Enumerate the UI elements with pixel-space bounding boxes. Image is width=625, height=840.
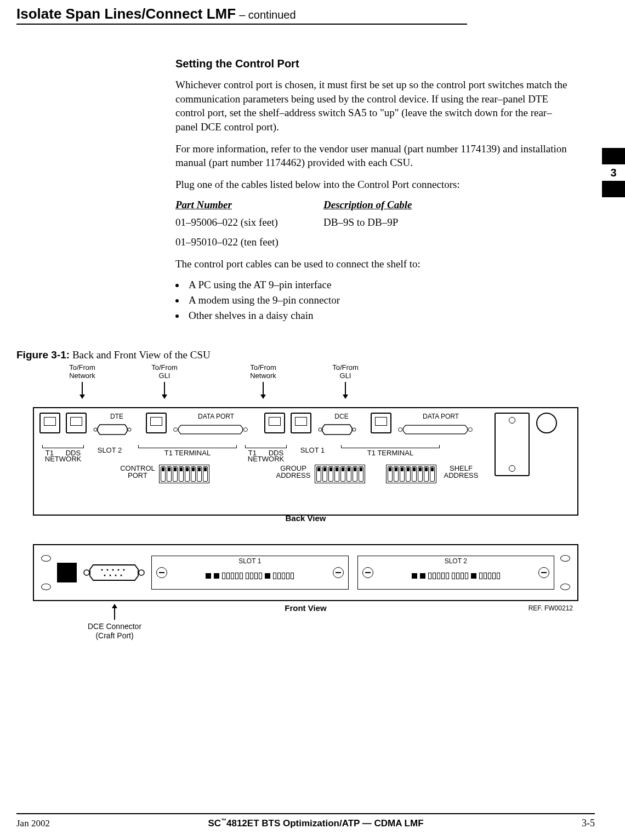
svg-point-14	[123, 569, 125, 571]
rj-port-icon	[66, 413, 87, 433]
slot-card-icon: SLOT 1	[151, 556, 349, 590]
section-heading: Setting the Control Port	[175, 58, 573, 70]
footer-date: Jan 2002	[16, 818, 50, 829]
list-item: A modem using the 9–pin connector	[185, 294, 573, 306]
table-cell: 01–95006–022 (six feet)	[175, 216, 323, 228]
label-front-view: Front View	[16, 603, 595, 613]
front-panel-diagram: SLOT 1 SLOT 2	[33, 544, 578, 601]
svg-point-11	[107, 569, 109, 571]
power-switch-icon	[57, 563, 77, 582]
label-shelf-address: SHELF ADDRESS	[442, 465, 480, 479]
callout-to-from-network: To/From Network	[49, 363, 115, 396]
label-dte: DTE	[92, 413, 141, 420]
body-paragraph: Whichever control port is chosen, it mus…	[175, 78, 573, 134]
svg-point-18	[121, 575, 122, 576]
body-paragraph: Plug one of the cables listed below into…	[175, 178, 573, 192]
dip-switch-icon	[315, 465, 365, 483]
chapter-tab: 3	[602, 148, 625, 197]
rj-port-icon	[39, 413, 60, 433]
figure-number: Figure 3-1:	[16, 349, 70, 361]
db9-connector-icon	[317, 420, 357, 439]
label-group-address: GROUP ADDRESS	[274, 465, 312, 479]
list-item: Other shelves in a daisy chain	[185, 310, 573, 322]
page-title: Isolate Span Lines/Connect LMF	[16, 5, 236, 22]
main-content: Setting the Control Port Whichever contr…	[175, 58, 573, 322]
footer-page-number: 3-5	[582, 818, 595, 829]
callout-to-from-gli: To/From GLI	[312, 363, 378, 396]
callout-to-from-gli: To/From GLI	[132, 363, 197, 396]
list-item: A PC using the AT 9–pin interface	[185, 279, 573, 291]
page-header: Isolate Span Lines/Connect LMF – continu…	[16, 5, 467, 25]
figure-area: To/From Network To/From GLI To/From Netw…	[16, 363, 595, 659]
footer-doc-title: SC™4812ET BTS Optimization/ATP — CDMA LM…	[208, 818, 423, 829]
figure-reference: REF. FW00212	[529, 604, 573, 612]
dip-switch-icon	[159, 465, 209, 483]
page-footer: Jan 2002 SC™4812ET BTS Optimization/ATP …	[16, 813, 595, 829]
rj-port-icon	[264, 413, 285, 433]
svg-point-12	[112, 569, 114, 571]
figure-caption: Figure 3-1: Back and Front View of the C…	[16, 349, 595, 361]
page-title-continued: – continued	[239, 9, 296, 21]
body-paragraph: The control port cables can be used to c…	[175, 257, 573, 271]
table-head-description: Description of Cable	[323, 199, 573, 211]
svg-point-17	[115, 575, 117, 576]
figure-title: Back and Front View of the CSU	[70, 349, 211, 361]
db9-connector-icon	[92, 420, 133, 439]
label-control-port: CONTROL PORT	[118, 465, 157, 479]
svg-point-0	[94, 428, 97, 431]
bullet-list: A PC using the AT 9–pin interface A mode…	[175, 279, 573, 322]
svg-point-13	[118, 569, 120, 571]
dip-switch-icon	[386, 465, 436, 483]
svg-point-2	[174, 428, 178, 432]
db9-connector-icon	[81, 561, 147, 585]
label-slot-2: SLOT 2	[98, 446, 122, 454]
callout-to-from-network: To/From Network	[230, 363, 296, 396]
label-network: NETWORK	[45, 455, 81, 463]
label-data-port: DATA PORT	[397, 413, 485, 420]
label-slot-1: SLOT 1	[152, 557, 348, 565]
label-back-view: Back View	[16, 513, 595, 523]
rj-port-icon	[371, 413, 391, 433]
power-connector-icon	[536, 413, 557, 433]
svg-point-6	[399, 428, 402, 432]
table-cell: 01–95010–022 (ten feet)	[175, 236, 323, 248]
db25-connector-icon	[397, 420, 474, 439]
svg-point-8	[84, 570, 89, 575]
table-head-part-number: Part Number	[175, 199, 323, 211]
slot-card-icon: SLOT 2	[357, 556, 555, 590]
back-panel-diagram: DTE DATA PORT DCE	[33, 407, 578, 516]
svg-point-4	[319, 428, 322, 431]
svg-point-10	[101, 569, 103, 571]
label-network: NETWORK	[248, 455, 284, 463]
power-module-icon	[495, 413, 530, 476]
body-paragraph: For more information, refer to the vendo…	[175, 142, 573, 170]
label-t1-terminal: T1 TERMINAL	[367, 449, 413, 457]
svg-point-9	[139, 570, 144, 575]
label-data-port: DATA PORT	[172, 413, 260, 420]
svg-point-7	[468, 428, 472, 432]
label-slot-2: SLOT 2	[358, 557, 554, 565]
svg-point-1	[128, 428, 131, 431]
svg-point-3	[243, 428, 247, 432]
table-cell: DB–9S to DB–9P	[323, 216, 573, 228]
db25-connector-icon	[172, 420, 249, 439]
rj-port-icon	[291, 413, 311, 433]
svg-point-5	[353, 428, 356, 431]
svg-point-15	[104, 575, 106, 576]
chapter-number: 3	[602, 164, 625, 181]
rj-port-icon	[146, 413, 167, 433]
cable-table: Part Number 01–95006–022 (six feet) 01–9…	[175, 199, 573, 256]
label-slot-1: SLOT 1	[300, 446, 325, 454]
label-dce: DCE	[317, 413, 366, 420]
svg-point-16	[110, 575, 111, 576]
